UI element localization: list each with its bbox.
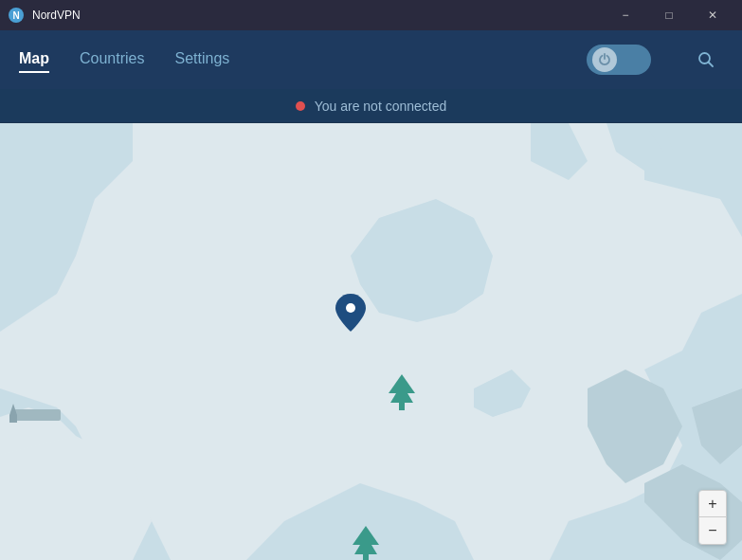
power-toggle[interactable] <box>587 45 651 75</box>
power-icon-wrap <box>592 47 617 72</box>
status-bar: You are not connected <box>0 89 742 123</box>
zoom-out-button[interactable]: − <box>699 517 726 544</box>
title-bar: N NordVPN − □ ✕ <box>0 0 742 30</box>
zoom-controls: + − <box>698 490 727 545</box>
svg-line-3 <box>709 63 714 67</box>
title-bar-left: N NordVPN <box>8 7 81 24</box>
tab-countries[interactable]: Countries <box>80 46 144 73</box>
svg-rect-11 <box>363 554 369 560</box>
window-controls: − □ ✕ <box>604 0 734 30</box>
tab-map[interactable]: Map <box>19 46 49 73</box>
svg-point-5 <box>346 303 355 313</box>
tab-settings[interactable]: Settings <box>174 46 229 73</box>
map-area[interactable]: + − <box>0 123 742 560</box>
app-title: NordVPN <box>32 9 81 22</box>
maximize-button[interactable]: □ <box>647 0 691 30</box>
close-button[interactable]: ✕ <box>691 0 734 30</box>
svg-rect-8 <box>399 403 405 410</box>
search-button[interactable] <box>689 43 723 77</box>
nav-bar: Map Countries Settings <box>0 30 742 89</box>
minimize-button[interactable]: − <box>604 0 647 30</box>
power-icon <box>597 52 612 67</box>
search-icon <box>697 50 715 69</box>
connection-status-text: You are not connected <box>315 99 447 114</box>
zoom-in-button[interactable]: + <box>699 491 726 517</box>
connection-status-dot <box>296 101 305 111</box>
toggle-track[interactable] <box>587 45 651 75</box>
app-logo-icon: N <box>8 7 25 24</box>
svg-rect-17 <box>9 415 17 423</box>
svg-text:N: N <box>12 10 19 21</box>
svg-rect-16 <box>13 409 61 421</box>
map-svg <box>0 123 742 560</box>
